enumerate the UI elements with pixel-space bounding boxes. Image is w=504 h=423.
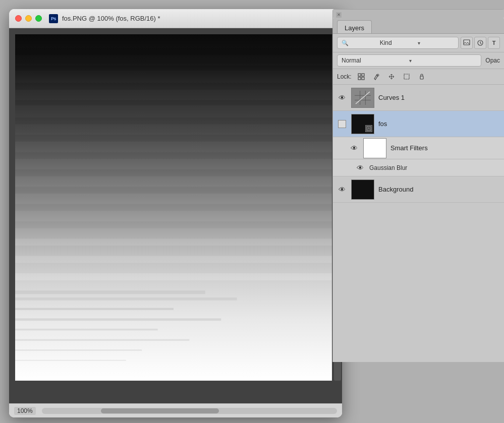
traffic-lights bbox=[15, 15, 42, 22]
layer-name-background: Background bbox=[378, 186, 500, 193]
lock-pixels-icon[interactable] bbox=[356, 71, 367, 82]
kind-filter-row: 🔍 Kind ▾ T bbox=[333, 34, 504, 52]
layer-thumbnail-background bbox=[351, 179, 374, 200]
document-statusbar: 100% bbox=[9, 403, 342, 417]
eye-icon-gaussian: 👁 bbox=[357, 164, 364, 172]
lock-paint-icon[interactable] bbox=[371, 71, 382, 82]
svg-rect-16 bbox=[15, 297, 237, 300]
lock-artboard-icon[interactable] bbox=[401, 71, 412, 82]
svg-rect-21 bbox=[15, 349, 142, 351]
svg-rect-15 bbox=[15, 290, 205, 294]
svg-rect-17 bbox=[15, 308, 174, 310]
zoom-level[interactable]: 100% bbox=[14, 407, 36, 415]
svg-rect-30 bbox=[404, 74, 409, 79]
layer-item-background[interactable]: 👁 Background bbox=[333, 176, 504, 203]
kind-dropdown[interactable]: 🔍 Kind ▾ bbox=[337, 37, 459, 49]
svg-rect-1 bbox=[15, 48, 332, 55]
svg-rect-27 bbox=[358, 77, 361, 80]
svg-rect-25 bbox=[358, 74, 361, 76]
svg-rect-12 bbox=[15, 238, 332, 246]
document-title: fos.PNG @ 100% (fos, RGB/16) * bbox=[62, 15, 160, 22]
layer-name-gaussian-blur: Gaussian Blur bbox=[369, 164, 407, 171]
close-button[interactable] bbox=[15, 15, 22, 22]
layer-thumbnail-curves1 bbox=[351, 88, 374, 108]
svg-rect-13 bbox=[15, 256, 332, 263]
layers-tab[interactable]: Layers bbox=[337, 20, 372, 33]
svg-rect-14 bbox=[15, 273, 332, 280]
layer-item-gaussian-blur[interactable]: 👁 Gaussian Blur bbox=[333, 159, 504, 176]
svg-rect-6 bbox=[15, 135, 332, 142]
minimize-button[interactable] bbox=[25, 15, 32, 22]
blend-mode-chevron-icon: ▾ bbox=[409, 58, 477, 64]
eye-icon-background: 👁 bbox=[339, 186, 346, 194]
svg-rect-19 bbox=[15, 329, 158, 330]
horizontal-scrollbar[interactable] bbox=[42, 408, 337, 414]
kind-filter-icons: T bbox=[461, 37, 500, 49]
svg-rect-28 bbox=[362, 77, 364, 80]
svg-rect-38 bbox=[367, 127, 371, 131]
svg-rect-9 bbox=[15, 187, 332, 194]
svg-rect-2 bbox=[15, 66, 332, 71]
panel-close-button[interactable]: ✕ bbox=[336, 12, 342, 18]
blend-mode-row: Normal ▾ Opac bbox=[333, 52, 504, 69]
layers-tab-label: Layers bbox=[345, 24, 364, 32]
layer-visibility-fos[interactable] bbox=[337, 119, 347, 129]
lock-move-icon[interactable] bbox=[386, 71, 397, 82]
svg-rect-20 bbox=[15, 339, 189, 341]
layer-visibility-gaussian[interactable]: 👁 bbox=[355, 163, 365, 173]
panel-tab-bar: Layers bbox=[333, 18, 504, 34]
kind-adjustment-icon[interactable] bbox=[474, 37, 486, 49]
layer-name-curves1: Curves 1 bbox=[378, 94, 500, 101]
svg-rect-7 bbox=[15, 152, 332, 159]
svg-rect-8 bbox=[15, 169, 332, 176]
svg-rect-3 bbox=[15, 83, 332, 90]
svg-rect-31 bbox=[420, 76, 423, 79]
opacity-label: Opac bbox=[485, 57, 500, 64]
ps-app-icon: Ps bbox=[49, 14, 58, 23]
layer-visibility-background[interactable]: 👁 bbox=[337, 185, 347, 195]
layer-visibility-smart-filters[interactable]: 👁 bbox=[349, 143, 359, 153]
layers-panel: ✕ Layers 🔍 Kind ▾ T Normal ▾ bbox=[332, 9, 504, 362]
lock-all-icon[interactable] bbox=[416, 71, 427, 82]
canvas-image bbox=[15, 34, 332, 381]
layers-list[interactable]: 👁 Curves 1 bbox=[333, 85, 504, 362]
blend-mode-dropdown[interactable]: Normal ▾ bbox=[337, 54, 481, 67]
svg-rect-22 bbox=[15, 360, 126, 361]
lock-label: Lock: bbox=[337, 73, 352, 80]
eye-icon-curves1: 👁 bbox=[339, 94, 346, 102]
kind-image-icon[interactable] bbox=[461, 37, 473, 49]
kind-dropdown-label: Kind bbox=[380, 39, 416, 46]
document-titlebar: Ps fos.PNG @ 100% (fos, RGB/16) * bbox=[9, 9, 342, 28]
layer-item-smart-filters[interactable]: 👁 Smart Filters bbox=[333, 137, 504, 159]
layer-thumbnail-fos bbox=[351, 114, 374, 134]
maximize-button[interactable] bbox=[35, 15, 42, 22]
panel-header: ✕ bbox=[333, 10, 504, 18]
lock-row: Lock: bbox=[333, 69, 504, 85]
layer-name-fos: fos bbox=[378, 120, 500, 128]
ps-icon-label: Ps bbox=[51, 16, 56, 21]
svg-rect-11 bbox=[15, 221, 332, 228]
svg-rect-10 bbox=[15, 204, 332, 211]
search-icon: 🔍 bbox=[342, 40, 378, 46]
svg-rect-4 bbox=[15, 100, 332, 105]
document-window: Ps fos.PNG @ 100% (fos, RGB/16) * bbox=[9, 9, 342, 417]
layer-item-fos[interactable]: fos bbox=[333, 111, 504, 137]
layer-checkbox-fos[interactable] bbox=[338, 120, 346, 128]
kind-type-icon[interactable]: T bbox=[488, 37, 500, 49]
blend-mode-label: Normal bbox=[342, 57, 409, 64]
document-canvas[interactable] bbox=[9, 28, 342, 403]
eye-icon-smart-filters: 👁 bbox=[351, 144, 358, 152]
layer-thumbnail-smart-filters bbox=[363, 138, 386, 158]
layer-visibility-curves1[interactable]: 👁 bbox=[337, 93, 347, 103]
layer-item-curves1[interactable]: 👁 Curves 1 bbox=[333, 85, 504, 111]
kind-chevron-icon: ▾ bbox=[418, 40, 454, 46]
horizontal-scrollbar-thumb[interactable] bbox=[101, 408, 219, 413]
svg-rect-26 bbox=[362, 74, 364, 76]
layer-name-smart-filters: Smart Filters bbox=[390, 144, 500, 152]
svg-rect-5 bbox=[15, 117, 332, 125]
svg-rect-18 bbox=[15, 318, 221, 321]
